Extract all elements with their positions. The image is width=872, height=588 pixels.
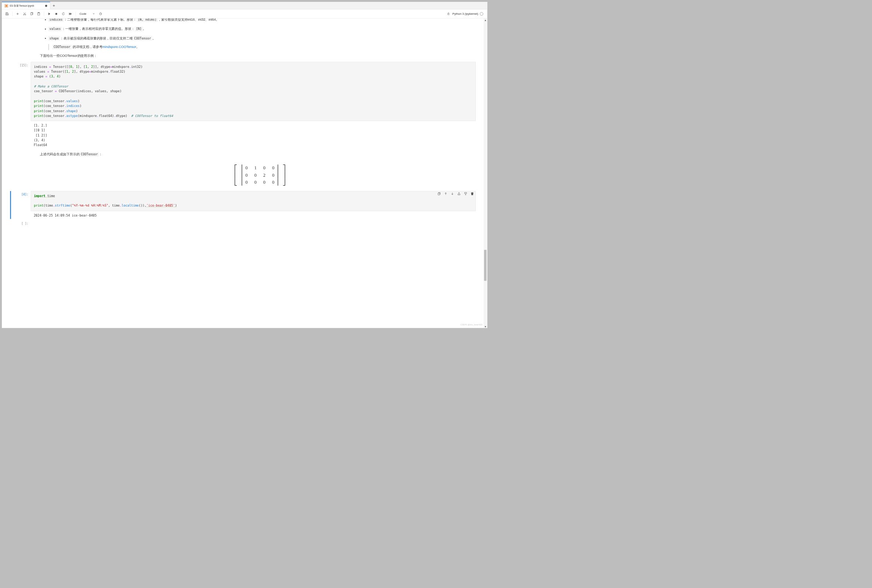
blockquote: COOTensor 的详细文档，请参考mindspore.COOTensor。 <box>48 44 480 50</box>
paste-button[interactable] <box>35 11 42 17</box>
tab-bar: 03-张量Tensor.ipynb + <box>2 2 487 9</box>
cell-actions <box>437 192 474 197</box>
scroll-down-icon[interactable]: ▾ <box>484 325 487 328</box>
notebook-tab[interactable]: 03-张量Tensor.ipynb <box>2 2 50 9</box>
render-button[interactable] <box>97 11 103 17</box>
code-cell-active: [4]: import time print(time.strftime("%Y… <box>9 191 480 219</box>
duplicate-icon[interactable] <box>437 192 441 197</box>
markdown-cell: 上述代码会生成如下所示的COOTensor： 0100 0020 0000 <box>9 152 480 190</box>
svg-rect-10 <box>438 193 440 195</box>
cell-type-select[interactable]: Code <box>78 11 97 16</box>
svg-rect-4 <box>31 13 32 15</box>
cell-prompt: [15]: <box>16 62 31 148</box>
scroll-up-icon[interactable]: ▴ <box>484 18 487 22</box>
run-button[interactable] <box>46 11 52 17</box>
notebook-area: indices：二维整数张量，每行代表非零元素下标。形状：[N, ndims]，… <box>2 18 487 328</box>
kernel-name: Python 3 (ipykernel) <box>452 12 478 15</box>
code-cell: [15]: indices = Tensor([[0, 1], [1, 2]],… <box>9 62 480 148</box>
svg-point-2 <box>23 14 24 15</box>
copy-button[interactable] <box>28 11 34 17</box>
cell-type-label: Code <box>79 12 86 15</box>
code-cell-empty: [ ]: <box>9 220 480 225</box>
watermark: CSDN @ice_bear433 <box>460 324 482 326</box>
paragraph: 下面给出一些COOTensor的使用示例： <box>40 54 480 58</box>
cut-button[interactable] <box>21 11 28 17</box>
stop-button[interactable] <box>53 11 59 17</box>
bug-icon[interactable] <box>446 11 452 17</box>
notebook-icon <box>5 4 8 8</box>
kernel-indicator[interactable]: Python 3 (ipykernel) <box>452 12 485 15</box>
insert-below-icon[interactable] <box>464 192 467 197</box>
list-item: shape：表示被压缩的稀疏张量的形状，目前仅支持二维COOTensor。 <box>48 34 480 42</box>
code-editor[interactable]: import time print(time.strftime("%Y-%m-%… <box>31 191 476 211</box>
cell-output: 2024-06-25 14:09:54 ice-bear-0405 <box>31 211 476 219</box>
move-down-icon[interactable] <box>451 192 454 197</box>
cell-output: [1. 2.] [[0 1] [1 2]] (3, 4) Float64 <box>31 121 476 148</box>
cell-prompt: [4]: <box>16 191 31 219</box>
scroll-thumb[interactable] <box>484 250 487 281</box>
add-cell-button[interactable] <box>14 11 21 17</box>
add-tab-button[interactable]: + <box>50 2 57 9</box>
chevron-down-icon <box>93 12 95 15</box>
vertical-scrollbar[interactable]: ▴ ▾ <box>484 18 487 328</box>
svg-point-3 <box>25 14 26 15</box>
svg-rect-1 <box>6 5 7 6</box>
code-editor[interactable]: indices = Tensor([[0, 1], [1, 2]], dtype… <box>31 62 476 121</box>
toolbar: Code Python 3 (ipykernel) <box>2 9 487 18</box>
markdown-cell: indices：二维整数张量，每行代表非零元素下标。形状：[N, ndims]，… <box>9 18 480 58</box>
move-up-icon[interactable] <box>444 192 448 197</box>
app-window: 03-张量Tensor.ipynb + Code Python 3 (ipyke… <box>2 2 487 328</box>
save-button[interactable] <box>4 11 10 17</box>
run-all-button[interactable] <box>67 11 73 17</box>
kernel-status-icon <box>480 12 483 15</box>
svg-rect-7 <box>55 13 57 14</box>
insert-above-icon[interactable] <box>457 192 461 197</box>
doc-link[interactable]: mindspore.COOTensor <box>103 45 136 49</box>
paragraph: 上述代码会生成如下所示的COOTensor： <box>40 152 480 157</box>
delete-icon[interactable] <box>470 192 474 197</box>
matrix-display: 0100 0020 0000 <box>40 160 480 190</box>
list-item: indices：二维整数张量，每行代表非零元素下标。形状：[N, ndims]，… <box>48 18 480 23</box>
list-item: values：一维张量，表示相对应的非零元素的值。形状：[N]。 <box>48 26 480 33</box>
svg-point-9 <box>448 13 449 15</box>
cell-prompt: [ ]: <box>16 220 31 225</box>
unsaved-indicator <box>45 5 47 7</box>
restart-button[interactable] <box>60 11 66 17</box>
tab-title: 03-张量Tensor.ipynb <box>10 4 34 8</box>
